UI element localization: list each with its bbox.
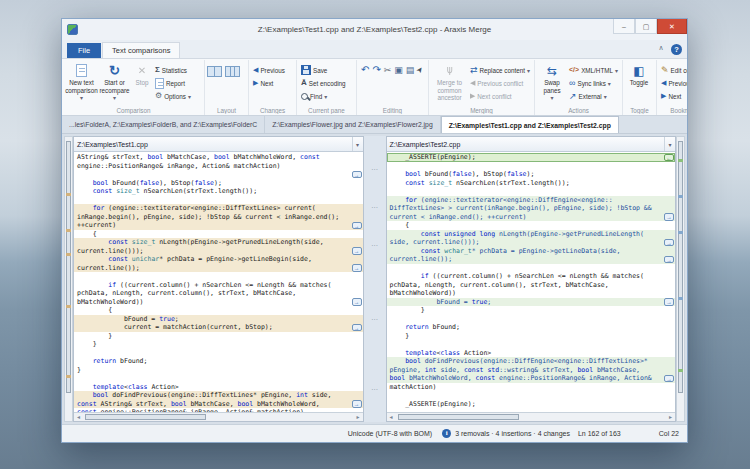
code-line[interactable]: const AString& strText, bool bMatchCase,… (74, 400, 363, 409)
copy-change-marker[interactable]: → (352, 222, 362, 230)
scrollbar-thumb[interactable] (678, 141, 683, 393)
stop-button[interactable]: Stop (131, 61, 153, 87)
copy-change-marker[interactable]: → (664, 375, 674, 383)
scroll-right-icon[interactable] (666, 413, 675, 421)
code-line[interactable] (387, 315, 676, 324)
set-encoding-button[interactable]: Set encoding (299, 77, 348, 89)
edit-comment-button[interactable]: Edit comment (659, 64, 687, 76)
minimize-button[interactable] (613, 19, 635, 34)
code-line[interactable]: pchData, nLength, current.column(), strT… (387, 281, 676, 290)
code-line[interactable]: current.line());→ (74, 264, 363, 273)
left-path-dropdown[interactable] (352, 137, 363, 151)
code-line[interactable]: template<class Action> (387, 349, 676, 358)
code-line[interactable]: _ASSERTE(pEngine); (387, 400, 676, 409)
code-line[interactable]: ++current)→ (74, 221, 363, 230)
code-line[interactable]: bool bFound(false), bStop(false); (387, 170, 676, 179)
file-menu-button[interactable]: File (67, 43, 101, 58)
code-line[interactable]: { (387, 221, 676, 230)
save-button[interactable]: Save (299, 64, 348, 76)
toggle-button[interactable]: Toggle (625, 61, 653, 87)
copy-change-marker[interactable]: → (352, 264, 362, 272)
code-line[interactable]: bMatchWholeWord))→ (74, 298, 363, 307)
code-line[interactable]: DiffTextLines> > current(inRange.begin()… (387, 204, 676, 213)
code-line[interactable]: pchData, nLength, current.column(), strT… (74, 289, 363, 298)
scrollbar-thumb[interactable] (398, 414, 519, 420)
code-line[interactable]: bool bFound(false), bStop(false); (74, 179, 363, 188)
layout-two-panes-button[interactable] (207, 66, 222, 77)
code-line[interactable]: bool doFindPrevious(engine::DiffEngine<e… (387, 357, 676, 366)
previous-conflict-button[interactable]: Previous conflict (468, 77, 532, 89)
code-line[interactable]: const unsigned long nLength(pEngine->get… (387, 230, 676, 239)
report-button[interactable]: Report (153, 77, 193, 89)
code-line[interactable]: return bFound; (74, 357, 363, 366)
scroll-left-icon[interactable] (387, 413, 396, 421)
copy-change-marker[interactable]: → (664, 213, 674, 221)
tab-image-comparison[interactable]: Z:\Examples\Flower.jpg and Z:\Examples\F… (265, 116, 441, 133)
code-line[interactable]: template<class Action> (74, 383, 363, 392)
tab-text-comparisons[interactable]: Text comparisons (102, 42, 180, 58)
select-pointer-icon[interactable] (417, 66, 424, 74)
swap-panes-button[interactable]: Swap panes (537, 61, 567, 103)
left-pane-header[interactable]: Z:\Examples\Test1.cpp (74, 137, 363, 152)
scroll-left-icon[interactable] (74, 413, 83, 421)
code-line[interactable] (387, 162, 676, 171)
change-link-icon[interactable] (364, 386, 386, 394)
redo-icon[interactable] (372, 65, 380, 75)
statistics-button[interactable]: Statistics (153, 64, 193, 76)
merge-to-common-ancestor-button[interactable]: Merge to common ancestor (431, 61, 468, 102)
code-line[interactable]: for (engine::textiterator<engine::DiffTe… (74, 204, 363, 213)
maximize-button[interactable] (635, 19, 657, 34)
code-line[interactable]: side, current.line()));→ (387, 238, 676, 247)
previous-bookmark-button[interactable]: Previous (659, 77, 687, 89)
external-button[interactable]: External (567, 90, 620, 102)
start-or-recompare-button[interactable]: Start or recompare (98, 61, 131, 103)
right-path-dropdown[interactable] (664, 137, 675, 151)
code-line[interactable] (387, 340, 676, 349)
right-horizontal-scrollbar[interactable] (387, 412, 676, 421)
layout-three-panes-button[interactable] (225, 66, 240, 77)
code-line[interactable]: bFound = true;→ (387, 298, 676, 307)
code-line[interactable]: } (74, 332, 363, 341)
copy-change-marker[interactable]: → (352, 247, 362, 255)
code-line[interactable]: current = matchAction(current, bStop);→ (74, 323, 363, 332)
code-line[interactable]: const wchar_t* pchData = pEngine->getLin… (387, 247, 676, 256)
code-line[interactable]: } (74, 366, 363, 375)
options-button[interactable]: Options (153, 90, 193, 102)
code-line[interactable]: bMatchWholeWord)) (387, 289, 676, 298)
change-link-icon[interactable] (364, 316, 386, 324)
new-text-comparison-button[interactable]: New text comparison (65, 61, 98, 103)
copy-icon[interactable] (394, 66, 403, 75)
scrollbar-thumb[interactable] (85, 414, 206, 420)
help-button[interactable] (671, 44, 682, 55)
code-line[interactable]: { (74, 306, 363, 315)
code-line[interactable]: current.line()));→ (74, 247, 363, 256)
next-bookmark-button[interactable]: Next (659, 90, 687, 102)
code-line[interactable]: return bFound; (387, 323, 676, 332)
title-bar[interactable]: Z:\Examples\Test1.cpp and Z:\Examples\Te… (62, 19, 687, 40)
change-link-icon[interactable] (364, 204, 386, 212)
code-line[interactable]: engine::PositionRange& inRange, Action& … (74, 162, 363, 171)
copy-change-marker[interactable]: → (664, 256, 674, 264)
find-button[interactable]: Find (299, 90, 348, 102)
code-line[interactable] (387, 391, 676, 400)
next-change-button[interactable]: Next (251, 77, 287, 89)
change-link-icon[interactable] (364, 242, 386, 250)
copy-change-marker[interactable]: → (664, 298, 674, 306)
right-vertical-scrollbar[interactable] (676, 136, 685, 422)
code-line[interactable]: current < inRange.end(); ++current)→ (387, 213, 676, 222)
next-conflict-button[interactable]: Next conflict (468, 90, 532, 102)
code-line[interactable]: matchAction) (387, 383, 676, 392)
copy-change-marker[interactable]: → (352, 171, 362, 179)
code-line[interactable]: for (engine::textiterator<engine::DiffEn… (387, 196, 676, 205)
code-line[interactable] (74, 196, 363, 205)
code-line[interactable]: inRange.begin(), pEngine, side); !bStop … (74, 213, 363, 222)
undo-icon[interactable] (361, 65, 369, 75)
apply-insertion-marker[interactable]: ← (664, 154, 674, 162)
code-line[interactable]: const size_t nSearchLen(strText.length()… (74, 187, 363, 196)
close-button[interactable] (657, 19, 687, 34)
collapse-ribbon-button[interactable] (655, 44, 667, 55)
code-line[interactable]: _ASSERTE(pEngine);← (387, 153, 676, 162)
scroll-right-icon[interactable] (354, 413, 363, 421)
code-line[interactable] (387, 264, 676, 273)
left-vertical-scrollbar[interactable] (64, 136, 73, 422)
